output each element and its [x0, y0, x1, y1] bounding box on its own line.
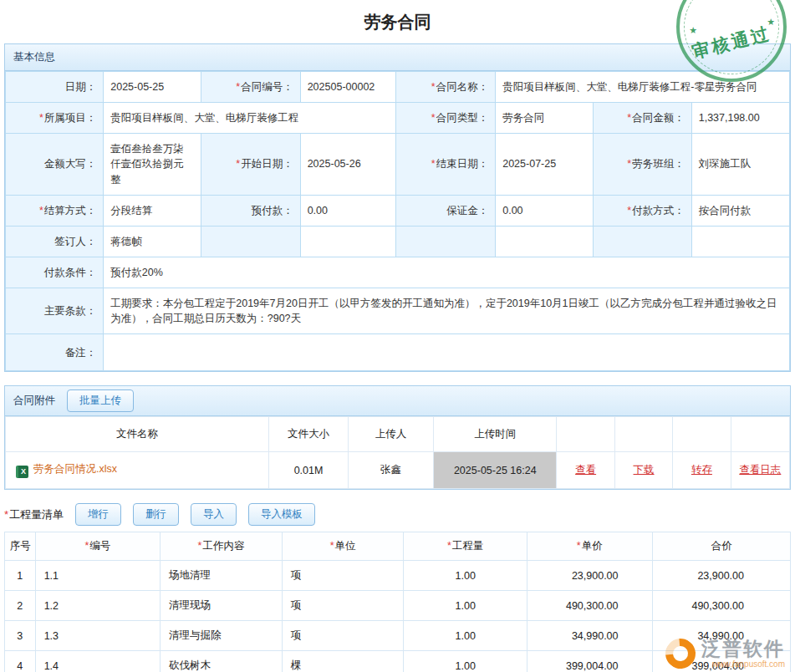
transfer-link[interactable]: 转存	[691, 464, 712, 476]
attachments-header: 合同附件 批量上传	[5, 386, 790, 416]
import-template-button[interactable]: 导入模板	[248, 503, 315, 526]
label-main-clauses: 主要条款：	[6, 288, 104, 334]
col-action-empty	[557, 417, 614, 452]
empty-label-cell	[593, 226, 691, 257]
batch-upload-button[interactable]: 批量上传	[67, 389, 134, 412]
basic-row-6: 付款条件： 预付款20%	[6, 257, 790, 288]
required-asterisk: *	[39, 205, 43, 216]
value-payment-method: 按合同付款	[691, 195, 789, 226]
field-label: 合同类型：	[436, 112, 489, 124]
label-signer: 签订人：	[6, 226, 104, 257]
download-link[interactable]: 下载	[634, 464, 655, 476]
cell-quantity: 1.00	[404, 591, 527, 621]
value-date: 2025-05-25	[104, 72, 201, 103]
basic-info-title: 基本信息	[13, 50, 55, 64]
label-remarks: 备注：	[6, 334, 104, 371]
basic-info-section: 基本信息 日期： 2025-05-25 *合同编号： 202505-00002 …	[4, 43, 791, 372]
col-file-name: 文件名称	[6, 417, 269, 452]
basic-row-5: 签订人： 蒋德帧	[6, 226, 790, 257]
label-contract-amount: *合同金额：	[593, 103, 691, 134]
view-link[interactable]: 查看	[575, 464, 596, 476]
attachment-row: X劳务合同情况.xlsx 0.01M 张鑫 2025-05-25 16:24 查…	[6, 452, 790, 489]
label-labor-team: *劳务班组：	[593, 134, 691, 195]
col-work-content: *工作内容	[161, 532, 283, 561]
cell-total-price: 34,990.00	[652, 621, 790, 651]
field-label: 付款条件：	[44, 267, 97, 278]
required-asterisk: *	[431, 112, 436, 124]
basic-row-7: 主要条款： 工期要求：本分包工程定于2019年7月20日开工（以甲方签发的开工通…	[6, 288, 790, 334]
value-end-date: 2025-07-25	[496, 134, 593, 195]
cell-unit: 棵	[282, 651, 404, 672]
required-asterisk: *	[431, 158, 436, 170]
label-amount-in-words: 金额大写：	[6, 134, 104, 195]
attachments-header-row: 文件名称 文件大小 上传人 上传时间	[6, 417, 790, 452]
add-row-button[interactable]: 增行	[75, 503, 121, 526]
cell-seq: 2	[5, 591, 36, 621]
basic-info-table: 日期： 2025-05-25 *合同编号： 202505-00002 *合同名称…	[5, 71, 790, 371]
file-name-cell: X劳务合同情况.xlsx	[6, 452, 269, 489]
attachments-table: 文件名称 文件大小 上传人 上传时间 X劳务合同情况.xlsx 0.01M 张鑫…	[5, 416, 790, 489]
boq-row: 4 1.4 砍伐树木 棵 1.00 399,004.00 399,004.00	[5, 651, 791, 672]
boq-row: 2 1.2 清理现场 项 1.00 490,300.00 490,300.00	[5, 591, 791, 621]
field-label: 备注：	[65, 347, 97, 359]
cell-unit: 项	[282, 621, 404, 651]
field-label: 结束日期：	[436, 158, 489, 170]
field-label: 劳务班组：	[632, 158, 685, 170]
label-contract-name: *合同名称：	[396, 72, 496, 103]
label-advance-payment: 预付款：	[201, 195, 300, 226]
field-label: 签订人：	[54, 236, 96, 247]
file-name-link[interactable]: 劳务合同情况.xlsx	[33, 463, 117, 475]
value-remarks	[104, 334, 790, 371]
col-label: 单价	[582, 540, 603, 552]
value-main-clauses: 工期要求：本分包工程定于2019年7月20日开工（以甲方签发的开工通知为准），定…	[104, 288, 790, 334]
import-button[interactable]: 导入	[191, 503, 237, 526]
label-contract-number: *合同编号：	[201, 72, 300, 103]
attachments-section: 合同附件 批量上传 文件名称 文件大小 上传人 上传时间	[4, 385, 791, 490]
required-asterisk: *	[236, 158, 240, 170]
required-asterisk: *	[577, 540, 581, 552]
boq-title-text: 工程量清单	[9, 508, 64, 521]
col-action-empty	[673, 417, 731, 452]
col-code: *编号	[35, 532, 160, 561]
value-deposit: 0.00	[496, 195, 593, 226]
delete-row-button[interactable]: 删行	[133, 503, 179, 526]
value-payment-terms: 预付款20%	[104, 257, 790, 288]
required-asterisk: *	[4, 508, 8, 521]
field-label: 金额大写：	[44, 158, 97, 170]
cell-work-content: 清理与掘除	[161, 621, 283, 651]
cell-seq: 4	[5, 651, 36, 672]
empty-value-cell	[691, 226, 789, 257]
required-asterisk: *	[236, 81, 240, 93]
col-unit-price: *单价	[527, 532, 652, 561]
label-deposit: 保证金：	[396, 195, 496, 226]
label-start-date: *开始日期：	[201, 134, 300, 195]
cell-total-price: 490,300.00	[652, 591, 790, 621]
value-settlement-method: 分段结算	[104, 195, 201, 226]
label-payment-method: *付款方式：	[593, 195, 691, 226]
view-log-link[interactable]: 查看日志	[739, 464, 781, 476]
cell-work-content: 场地清理	[161, 561, 283, 591]
col-label: 工程量	[452, 540, 484, 552]
boq-toolbar: *工程量清单 增行 删行 导入 导入模板	[4, 503, 791, 526]
label-project: *所属项目：	[6, 103, 104, 134]
value-advance-payment: 0.00	[300, 195, 395, 226]
required-asterisk: *	[627, 158, 631, 170]
empty-label-cell	[201, 226, 300, 257]
cell-total-price: 23,900.00	[652, 561, 790, 591]
cell-quantity: 1.00	[404, 561, 527, 591]
action-cell: 下载	[614, 452, 672, 489]
cell-seq: 3	[5, 621, 36, 651]
field-label: 合同金额：	[632, 112, 685, 124]
col-action-empty	[614, 417, 672, 452]
empty-label-cell	[396, 226, 496, 257]
col-label: 序号	[10, 540, 31, 552]
basic-row-3: 金额大写： 壹佰叁拾叁万柒仟壹佰玖拾捌元整 *开始日期： 2025-05-26 …	[6, 134, 790, 195]
file-size: 0.01M	[269, 452, 349, 489]
excel-file-icon: X	[16, 466, 28, 478]
required-asterisk: *	[447, 540, 451, 552]
required-asterisk: *	[627, 205, 631, 216]
required-asterisk: *	[198, 540, 202, 552]
field-label: 日期：	[65, 81, 97, 93]
cell-total-price: 399,004.00	[652, 651, 790, 672]
required-asterisk: *	[84, 540, 89, 552]
